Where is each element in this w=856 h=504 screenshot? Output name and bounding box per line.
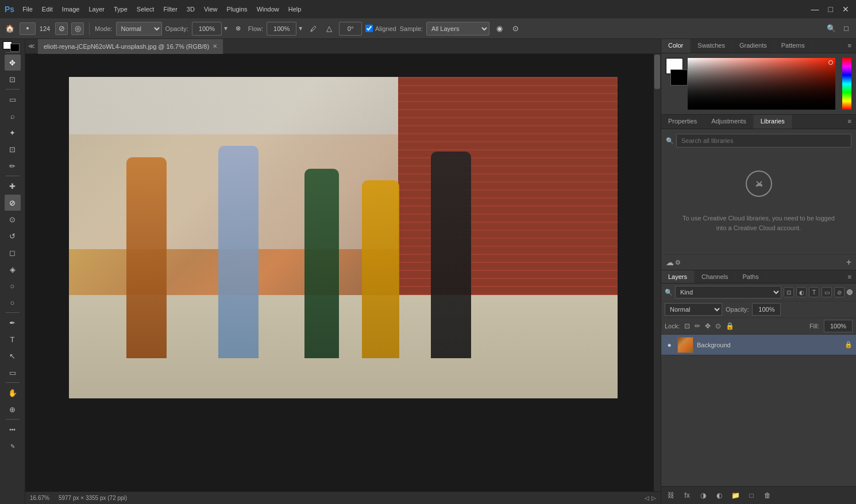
- menu-plugins[interactable]: Plugins: [223, 5, 251, 14]
- status-nav-prev[interactable]: ◁: [645, 495, 649, 501]
- close-button[interactable]: ✕: [840, 5, 851, 14]
- ignore-adjustment-icon[interactable]: ◉: [493, 22, 506, 35]
- heal-tool[interactable]: ✚: [5, 178, 21, 194]
- background-color[interactable]: [670, 69, 688, 86]
- filter-shape-icon[interactable]: ▭: [822, 287, 832, 297]
- layers-fill-input[interactable]: [824, 320, 853, 332]
- library-search-input[interactable]: [676, 134, 851, 148]
- toggle-airbrush[interactable]: ◎: [71, 22, 84, 35]
- brush-tool[interactable]: ⊘: [5, 195, 21, 211]
- menu-type[interactable]: Type: [110, 5, 131, 14]
- history-brush-tool[interactable]: ↺: [5, 228, 21, 244]
- pressure-opacity-icon[interactable]: ⊗: [232, 22, 245, 35]
- menu-image[interactable]: Image: [59, 5, 83, 14]
- path-select-tool[interactable]: ↖: [5, 348, 21, 364]
- flow-expand-icon[interactable]: ▼: [298, 25, 303, 32]
- workspace-icon[interactable]: □: [840, 22, 853, 35]
- menu-file[interactable]: File: [19, 5, 36, 14]
- pen-tool[interactable]: ✒: [5, 315, 21, 331]
- filter-pixel-icon[interactable]: ⊡: [784, 287, 794, 297]
- aligned-checkbox[interactable]: [365, 25, 373, 32]
- layer-visibility-toggle[interactable]: ●: [665, 341, 674, 349]
- edit-toolbar-button[interactable]: ✎: [5, 438, 21, 454]
- tab-swatches[interactable]: Swatches: [691, 39, 732, 53]
- object-select-tool[interactable]: ✦: [5, 125, 21, 141]
- color-spectrum[interactable]: [842, 58, 851, 110]
- tab-channels[interactable]: Channels: [695, 270, 735, 283]
- extra-tools[interactable]: •••: [5, 421, 21, 437]
- status-nav-next[interactable]: ▷: [651, 495, 656, 501]
- hand-tool[interactable]: ✋: [5, 385, 21, 401]
- document-tab[interactable]: eliott-reyna-jCEpN62oWL4-unsplash.jpg @ …: [38, 39, 223, 54]
- tab-properties[interactable]: Properties: [661, 115, 704, 129]
- menu-help[interactable]: Help: [285, 5, 305, 14]
- lock-image-icon[interactable]: ✏: [695, 322, 700, 330]
- diffuse-icon[interactable]: ⊙: [509, 22, 522, 35]
- pressure-flow-icon[interactable]: 🖊: [307, 22, 319, 35]
- menu-select[interactable]: Select: [133, 5, 158, 14]
- tab-adjustments[interactable]: Adjustments: [704, 115, 754, 129]
- layer-item-background[interactable]: ● Background 🔒: [661, 335, 856, 355]
- search-icon[interactable]: 🔍: [825, 22, 838, 35]
- layers-filter-select[interactable]: Kind: [675, 286, 781, 298]
- angle-icon[interactable]: △: [323, 22, 336, 35]
- dodge-tool[interactable]: ○: [5, 294, 21, 311]
- eraser-tool[interactable]: ◻: [5, 245, 21, 261]
- tab-patterns[interactable]: Patterns: [774, 39, 812, 53]
- opacity-input[interactable]: [192, 22, 222, 36]
- link-layers-icon[interactable]: ⛓: [665, 489, 677, 502]
- type-tool[interactable]: T: [5, 331, 21, 347]
- menu-filter[interactable]: Filter: [160, 5, 180, 14]
- lasso-tool[interactable]: ⌕: [5, 108, 21, 124]
- layers-mode-select[interactable]: Normal: [665, 303, 722, 316]
- minimize-button[interactable]: —: [809, 5, 822, 14]
- tab-collapse-button[interactable]: ≪: [25, 40, 38, 53]
- sample-select[interactable]: All Layers: [426, 22, 489, 36]
- tab-gradients[interactable]: Gradients: [732, 39, 774, 53]
- flow-input[interactable]: [267, 22, 296, 36]
- new-layer-icon[interactable]: □: [745, 489, 758, 502]
- rect-select-tool[interactable]: ▭: [5, 91, 21, 107]
- filter-toggle[interactable]: [847, 289, 853, 295]
- add-mask-icon[interactable]: ◑: [697, 489, 710, 502]
- eyedropper-tool[interactable]: ✏: [5, 158, 21, 174]
- filter-smart-icon[interactable]: ⊘: [834, 287, 845, 297]
- move-tool[interactable]: ✥: [5, 55, 21, 71]
- color-picker-gradient[interactable]: [688, 58, 835, 110]
- menu-view[interactable]: View: [200, 5, 221, 14]
- vertical-scrollbar[interactable]: [654, 54, 661, 491]
- blur-tool[interactable]: ○: [5, 278, 21, 294]
- mode-select[interactable]: Normal: [116, 22, 162, 36]
- lock-position-icon[interactable]: ✥: [705, 322, 711, 330]
- crop-tool[interactable]: ⊡: [5, 141, 21, 157]
- menu-edit[interactable]: Edit: [38, 5, 56, 14]
- tab-libraries[interactable]: Libraries: [754, 115, 792, 129]
- maximize-button[interactable]: □: [826, 5, 835, 14]
- prop-panel-menu[interactable]: ≡: [843, 115, 856, 129]
- canvas-scroll-area[interactable]: [25, 54, 661, 491]
- add-group-icon[interactable]: 📁: [729, 489, 742, 502]
- brush-preset-picker[interactable]: ●: [20, 22, 36, 35]
- layers-opacity-input[interactable]: [752, 303, 781, 316]
- tab-paths[interactable]: Paths: [736, 270, 766, 283]
- color-panel-menu[interactable]: ≡: [843, 39, 856, 53]
- angle-input[interactable]: [339, 22, 362, 36]
- tab-close-button[interactable]: ✕: [213, 43, 217, 49]
- shape-tool[interactable]: ▭: [5, 365, 21, 381]
- filter-type-icon[interactable]: T: [809, 287, 819, 297]
- bg-color-swatch[interactable]: [10, 44, 20, 52]
- artboard-tool[interactable]: ⊡: [5, 71, 21, 87]
- delete-layer-icon[interactable]: 🗑: [761, 489, 774, 502]
- scroll-thumb[interactable]: [654, 55, 660, 89]
- home-icon[interactable]: 🏠: [3, 22, 16, 35]
- add-fx-icon[interactable]: fx: [681, 489, 693, 502]
- clone-tool[interactable]: ⊙: [5, 211, 21, 227]
- canvas-image[interactable]: [69, 77, 618, 398]
- lock-artboard-icon[interactable]: ⊙: [715, 322, 721, 330]
- gradient-tool[interactable]: ◈: [5, 261, 21, 277]
- tab-layers[interactable]: Layers: [661, 270, 695, 283]
- library-settings-icon[interactable]: ⚙: [675, 259, 681, 266]
- menu-3d[interactable]: 3D: [183, 5, 198, 14]
- opacity-expand-icon[interactable]: ▼: [223, 25, 229, 32]
- add-adjustment-icon[interactable]: ◐: [713, 489, 726, 502]
